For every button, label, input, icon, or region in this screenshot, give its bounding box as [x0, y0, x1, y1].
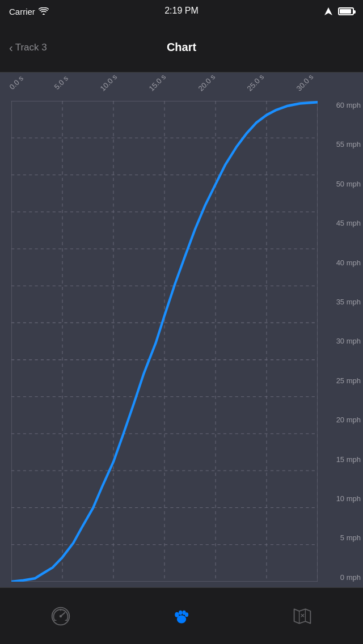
y-label-30: 30 mph [336, 337, 361, 345]
x-label-1: 5.0 s [53, 74, 76, 97]
svg-point-28 [175, 612, 179, 617]
x-label-2: 10.0 s [98, 73, 124, 99]
tab-map[interactable] [242, 588, 363, 644]
svg-point-23 [59, 615, 62, 617]
y-label-40: 40 mph [336, 259, 361, 267]
svg-point-31 [185, 612, 188, 617]
svg-point-29 [179, 610, 182, 615]
carrier-label: Carrier [9, 7, 35, 16]
tab-speedometer[interactable] [0, 588, 121, 644]
y-label-45: 45 mph [336, 219, 361, 227]
back-button[interactable]: ‹ Track 3 [9, 42, 47, 53]
chart-svg [11, 101, 318, 582]
x-label-5: 25.0 s [246, 73, 272, 99]
y-axis-labels: 60 mph 55 mph 50 mph 45 mph 40 mph 35 mp… [336, 101, 361, 582]
status-left: Carrier [9, 7, 49, 16]
map-icon [292, 606, 313, 626]
speedometer-icon [50, 606, 71, 626]
battery-icon [338, 7, 354, 15]
y-label-5: 5 mph [340, 533, 361, 542]
y-label-10: 10 mph [336, 494, 361, 503]
x-label-4: 20.0 s [196, 73, 222, 99]
y-label-25: 25 mph [336, 376, 361, 385]
status-bar: Carrier 2:19 PM [0, 0, 363, 23]
status-right [324, 7, 354, 15]
back-label[interactable]: Track 3 [15, 42, 47, 53]
tab-paw[interactable] [121, 588, 242, 644]
page-title: Chart [167, 41, 196, 54]
status-time: 2:19 PM [164, 6, 199, 16]
y-label-0: 0 mph [340, 573, 361, 582]
x-axis-labels: 0.0 s 5.0 s 10.0 s 15.0 s 20.0 s 25.0 s … [11, 77, 318, 94]
x-label-0: 0.0 s [8, 74, 31, 97]
y-label-50: 50 mph [336, 180, 361, 188]
x-label-3: 15.0 s [147, 73, 174, 99]
y-label-35: 35 mph [336, 298, 361, 306]
chart-svg-area [11, 101, 318, 582]
y-label-15: 15 mph [336, 455, 361, 464]
tab-bar [0, 587, 363, 644]
y-label-55: 55 mph [336, 140, 361, 149]
chevron-left-icon: ‹ [9, 42, 13, 53]
y-label-60: 60 mph [336, 101, 361, 109]
wifi-icon [39, 7, 49, 15]
svg-marker-0 [324, 7, 332, 15]
y-label-20: 20 mph [336, 416, 361, 424]
nav-bar: ‹ Track 3 Chart [0, 23, 363, 73]
x-label-6: 30.0 s [294, 73, 320, 99]
chart-container: 0.0 s 5.0 s 10.0 s 15.0 s 20.0 s 25.0 s … [0, 73, 363, 587]
paw-icon [171, 606, 192, 626]
location-icon [324, 7, 332, 15]
